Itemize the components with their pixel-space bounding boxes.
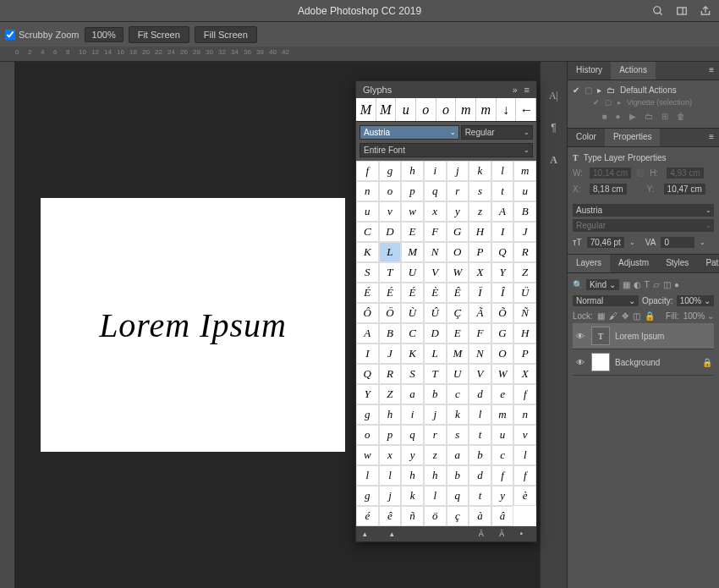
blend-mode-select[interactable]: Normal ⌄ bbox=[573, 295, 639, 306]
glyphs-style-select[interactable]: Regular⌄ bbox=[461, 125, 533, 140]
glyph-cell[interactable]: M bbox=[401, 242, 424, 262]
glyph-cell[interactable]: W bbox=[491, 364, 514, 384]
glyphs-zoom-slider[interactable]: ▴ ▴ bbox=[363, 530, 404, 538]
glyph-cell[interactable]: L bbox=[379, 242, 402, 262]
glyph-cell[interactable]: l bbox=[469, 404, 491, 425]
glyph-recent-cell[interactable]: m bbox=[476, 98, 497, 121]
glyph-cell[interactable]: V bbox=[424, 262, 447, 283]
glyph-cell[interactable]: t bbox=[469, 486, 491, 506]
glyph-cell[interactable]: f bbox=[491, 465, 514, 486]
glyph-cell[interactable]: a bbox=[401, 384, 424, 404]
glyph-cell[interactable]: j bbox=[379, 486, 402, 506]
glyph-cell[interactable]: Q bbox=[356, 364, 379, 384]
glyph-recent-cell[interactable]: m bbox=[456, 98, 476, 121]
scrubby-zoom-check[interactable]: Scrubby Zoom bbox=[5, 30, 80, 40]
glyph-cell[interactable]: p bbox=[379, 425, 402, 445]
glyph-cell[interactable]: g bbox=[356, 486, 379, 506]
font-size-value[interactable]: 70,46 pt bbox=[587, 237, 624, 248]
character-panel-icon[interactable]: A| bbox=[546, 87, 563, 104]
lock-all-icon[interactable]: 🔒 bbox=[645, 311, 655, 321]
glyphs-panel[interactable]: Glyphs » ≡ MMuoomm↓← Austria⌄ Regular⌄ E… bbox=[355, 80, 537, 542]
glyph-cell[interactable]: H bbox=[513, 323, 536, 343]
glyph-recent-cell[interactable]: u bbox=[396, 98, 416, 121]
search-icon[interactable]: 🔍 bbox=[573, 280, 583, 289]
glyph-cell[interactable]: ö bbox=[424, 506, 447, 526]
glyph-recent-cell[interactable]: ↓ bbox=[497, 98, 517, 121]
glyph-cell[interactable]: x bbox=[424, 201, 447, 222]
canvas-text[interactable]: Lorem Ipsum bbox=[99, 305, 287, 345]
glyph-cell[interactable]: k bbox=[447, 404, 469, 425]
glyph-cell[interactable]: ê bbox=[379, 506, 402, 526]
glyph-cell[interactable]: l bbox=[356, 465, 379, 486]
glyph-cell[interactable]: I bbox=[356, 343, 379, 364]
layer-visibility-icon[interactable]: 👁 bbox=[574, 358, 586, 367]
collapse-icon[interactable]: » bbox=[513, 85, 518, 95]
lock-transparency-icon[interactable]: ▦ bbox=[597, 311, 605, 321]
tracking-value[interactable]: 0 bbox=[661, 237, 694, 248]
glyph-cell[interactable]: R bbox=[513, 242, 536, 262]
tab-history[interactable]: History bbox=[568, 62, 611, 80]
glyph-cell[interactable]: É bbox=[356, 283, 379, 303]
glyphs-subset-select[interactable]: Entire Font⌄ bbox=[360, 143, 533, 157]
tab-paths[interactable]: Paths bbox=[697, 255, 719, 272]
glyph-cell[interactable]: l bbox=[513, 445, 536, 465]
layer-visibility-icon[interactable]: 👁 bbox=[574, 332, 586, 341]
glyph-cell[interactable]: Ï bbox=[469, 283, 491, 303]
fill-value[interactable]: 100% ⌄ bbox=[683, 311, 714, 321]
glyph-cell[interactable]: h bbox=[401, 465, 424, 486]
glyph-cell[interactable]: u bbox=[513, 181, 536, 201]
y-value[interactable]: 10,47 cm bbox=[664, 184, 705, 195]
glyph-cell[interactable]: M bbox=[447, 343, 469, 364]
glyph-cell[interactable]: h bbox=[401, 161, 424, 181]
glyph-cell[interactable]: c bbox=[447, 384, 469, 404]
glyph-cell[interactable]: K bbox=[356, 242, 379, 262]
glyph-cell[interactable]: f bbox=[513, 384, 536, 404]
glyph-cell[interactable]: i bbox=[401, 404, 424, 425]
glyph-cell[interactable]: R bbox=[379, 364, 402, 384]
glyph-cell[interactable]: I bbox=[491, 222, 514, 242]
glyph-cell[interactable]: L bbox=[424, 343, 447, 364]
glyph-cell[interactable]: H bbox=[469, 222, 491, 242]
new-action-icon[interactable]: ⊞ bbox=[661, 112, 668, 121]
glyph-cell[interactable]: u bbox=[491, 425, 514, 445]
glyph-cell[interactable]: n bbox=[513, 404, 536, 425]
glyph-cell[interactable]: q bbox=[447, 486, 469, 506]
glyph-cell[interactable]: A bbox=[491, 201, 514, 222]
tab-color[interactable]: Color bbox=[568, 129, 605, 146]
glyph-cell[interactable]: Û bbox=[424, 303, 447, 323]
glyph-cell[interactable]: O bbox=[447, 242, 469, 262]
x-value[interactable]: 8,18 cm bbox=[590, 184, 627, 195]
link-icon[interactable]: ⛓ bbox=[636, 168, 645, 178]
glyph-cell[interactable]: t bbox=[469, 425, 491, 445]
font-family-select[interactable]: Austria⌄ bbox=[573, 204, 714, 217]
filter-adjust-icon[interactable]: ◐ bbox=[634, 280, 641, 289]
glyph-cell[interactable]: m bbox=[513, 161, 536, 181]
glyph-cell[interactable]: K bbox=[401, 343, 424, 364]
fit-screen-button[interactable]: Fit Screen bbox=[129, 26, 189, 43]
trash-icon[interactable]: 🗑 bbox=[677, 112, 685, 121]
stop-icon[interactable]: ■ bbox=[601, 112, 606, 121]
glyph-cell[interactable]: q bbox=[401, 425, 424, 445]
glyph-cell[interactable]: f bbox=[513, 465, 536, 486]
glyph-cell[interactable]: s bbox=[447, 425, 469, 445]
layer-name[interactable]: Background bbox=[615, 358, 660, 367]
glyph-cell[interactable]: Y bbox=[356, 384, 379, 404]
glyph-cell[interactable]: X bbox=[513, 364, 536, 384]
tab-layers[interactable]: Layers bbox=[568, 255, 610, 272]
font-style-select[interactable]: Regular⌄ bbox=[573, 219, 714, 232]
glyph-cell[interactable]: r bbox=[447, 181, 469, 201]
glyph-cell[interactable]: È bbox=[424, 283, 447, 303]
glyph-cell[interactable]: j bbox=[424, 404, 447, 425]
glyph-cell[interactable]: f bbox=[356, 161, 379, 181]
glyphs-header[interactable]: Glyphs » ≡ bbox=[356, 81, 536, 98]
layer-thumbnail[interactable] bbox=[591, 353, 610, 371]
glyph-cell[interactable]: Z bbox=[379, 384, 402, 404]
layer-thumbnail[interactable]: T bbox=[591, 327, 610, 345]
new-set-icon[interactable]: 🗀 bbox=[645, 112, 653, 121]
glyph-cell[interactable]: P bbox=[513, 343, 536, 364]
glyph-cell[interactable]: Ñ bbox=[513, 303, 536, 323]
opacity-value[interactable]: 100% ⌄ bbox=[677, 295, 714, 306]
glyph-cell[interactable]: g bbox=[356, 404, 379, 425]
glyph-cell[interactable]: U bbox=[447, 364, 469, 384]
glyphs-menu-icon[interactable]: ≡ bbox=[524, 85, 530, 95]
